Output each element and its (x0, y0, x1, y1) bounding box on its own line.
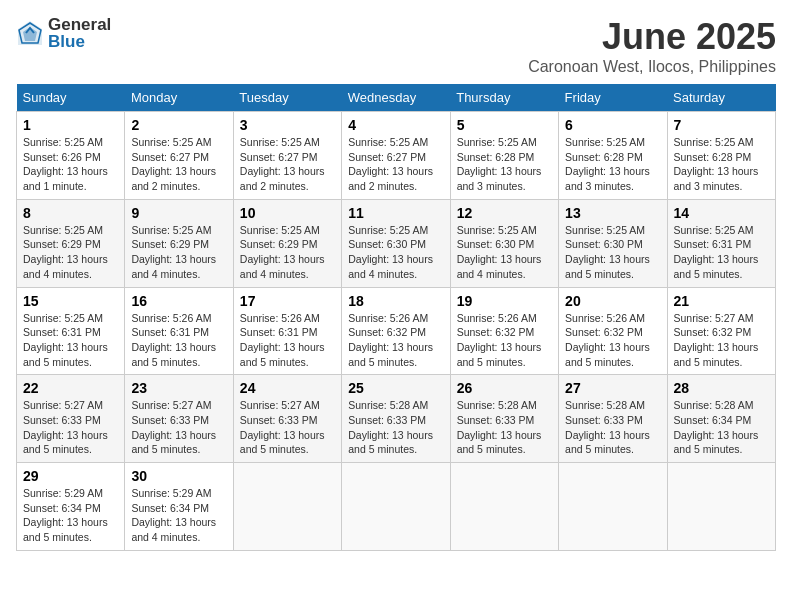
calendar-cell: 26Sunrise: 5:28 AM Sunset: 6:33 PM Dayli… (450, 375, 558, 463)
header: General Blue June 2025 Caronoan West, Il… (16, 16, 776, 76)
day-number: 23 (131, 380, 226, 396)
calendar-cell (233, 463, 341, 551)
calendar-cell: 9Sunrise: 5:25 AM Sunset: 6:29 PM Daylig… (125, 199, 233, 287)
calendar-cell: 7Sunrise: 5:25 AM Sunset: 6:28 PM Daylig… (667, 112, 775, 200)
weekday-header-thursday: Thursday (450, 84, 558, 112)
calendar-week-row: 1Sunrise: 5:25 AM Sunset: 6:26 PM Daylig… (17, 112, 776, 200)
calendar-cell: 20Sunrise: 5:26 AM Sunset: 6:32 PM Dayli… (559, 287, 667, 375)
calendar-cell: 1Sunrise: 5:25 AM Sunset: 6:26 PM Daylig… (17, 112, 125, 200)
day-number: 5 (457, 117, 552, 133)
day-info: Sunrise: 5:28 AM Sunset: 6:33 PM Dayligh… (457, 398, 552, 457)
day-number: 24 (240, 380, 335, 396)
weekday-header-wednesday: Wednesday (342, 84, 450, 112)
day-info: Sunrise: 5:25 AM Sunset: 6:28 PM Dayligh… (565, 135, 660, 194)
weekday-header-monday: Monday (125, 84, 233, 112)
day-info: Sunrise: 5:28 AM Sunset: 6:34 PM Dayligh… (674, 398, 769, 457)
calendar-cell (450, 463, 558, 551)
day-number: 26 (457, 380, 552, 396)
day-info: Sunrise: 5:28 AM Sunset: 6:33 PM Dayligh… (348, 398, 443, 457)
calendar-cell: 15Sunrise: 5:25 AM Sunset: 6:31 PM Dayli… (17, 287, 125, 375)
calendar-cell: 28Sunrise: 5:28 AM Sunset: 6:34 PM Dayli… (667, 375, 775, 463)
day-number: 3 (240, 117, 335, 133)
calendar-cell: 12Sunrise: 5:25 AM Sunset: 6:30 PM Dayli… (450, 199, 558, 287)
calendar-cell: 11Sunrise: 5:25 AM Sunset: 6:30 PM Dayli… (342, 199, 450, 287)
calendar-cell: 25Sunrise: 5:28 AM Sunset: 6:33 PM Dayli… (342, 375, 450, 463)
day-info: Sunrise: 5:27 AM Sunset: 6:32 PM Dayligh… (674, 311, 769, 370)
calendar-cell: 16Sunrise: 5:26 AM Sunset: 6:31 PM Dayli… (125, 287, 233, 375)
day-info: Sunrise: 5:28 AM Sunset: 6:33 PM Dayligh… (565, 398, 660, 457)
day-info: Sunrise: 5:25 AM Sunset: 6:26 PM Dayligh… (23, 135, 118, 194)
day-info: Sunrise: 5:25 AM Sunset: 6:28 PM Dayligh… (457, 135, 552, 194)
day-info: Sunrise: 5:27 AM Sunset: 6:33 PM Dayligh… (240, 398, 335, 457)
logo: General Blue (16, 16, 111, 50)
day-number: 6 (565, 117, 660, 133)
weekday-header-tuesday: Tuesday (233, 84, 341, 112)
day-number: 19 (457, 293, 552, 309)
page-subtitle: Caronoan West, Ilocos, Philippines (528, 58, 776, 76)
logo-blue: Blue (48, 33, 111, 50)
day-info: Sunrise: 5:25 AM Sunset: 6:31 PM Dayligh… (674, 223, 769, 282)
day-info: Sunrise: 5:26 AM Sunset: 6:32 PM Dayligh… (457, 311, 552, 370)
day-number: 30 (131, 468, 226, 484)
day-info: Sunrise: 5:25 AM Sunset: 6:30 PM Dayligh… (457, 223, 552, 282)
logo-icon (16, 19, 44, 47)
day-info: Sunrise: 5:25 AM Sunset: 6:28 PM Dayligh… (674, 135, 769, 194)
calendar-cell: 22Sunrise: 5:27 AM Sunset: 6:33 PM Dayli… (17, 375, 125, 463)
day-number: 21 (674, 293, 769, 309)
logo-general: General (48, 16, 111, 33)
calendar-week-row: 15Sunrise: 5:25 AM Sunset: 6:31 PM Dayli… (17, 287, 776, 375)
calendar-cell: 4Sunrise: 5:25 AM Sunset: 6:27 PM Daylig… (342, 112, 450, 200)
day-info: Sunrise: 5:27 AM Sunset: 6:33 PM Dayligh… (131, 398, 226, 457)
calendar-cell: 19Sunrise: 5:26 AM Sunset: 6:32 PM Dayli… (450, 287, 558, 375)
calendar-cell: 3Sunrise: 5:25 AM Sunset: 6:27 PM Daylig… (233, 112, 341, 200)
day-number: 13 (565, 205, 660, 221)
day-info: Sunrise: 5:25 AM Sunset: 6:27 PM Dayligh… (240, 135, 335, 194)
calendar-cell: 14Sunrise: 5:25 AM Sunset: 6:31 PM Dayli… (667, 199, 775, 287)
day-number: 20 (565, 293, 660, 309)
weekday-header-friday: Friday (559, 84, 667, 112)
title-area: June 2025 Caronoan West, Ilocos, Philipp… (528, 16, 776, 76)
calendar-cell: 29Sunrise: 5:29 AM Sunset: 6:34 PM Dayli… (17, 463, 125, 551)
day-number: 17 (240, 293, 335, 309)
calendar-cell: 24Sunrise: 5:27 AM Sunset: 6:33 PM Dayli… (233, 375, 341, 463)
day-number: 9 (131, 205, 226, 221)
calendar-header: SundayMondayTuesdayWednesdayThursdayFrid… (17, 84, 776, 112)
day-number: 8 (23, 205, 118, 221)
day-info: Sunrise: 5:26 AM Sunset: 6:31 PM Dayligh… (240, 311, 335, 370)
calendar-week-row: 29Sunrise: 5:29 AM Sunset: 6:34 PM Dayli… (17, 463, 776, 551)
weekday-header-row: SundayMondayTuesdayWednesdayThursdayFrid… (17, 84, 776, 112)
day-number: 27 (565, 380, 660, 396)
day-info: Sunrise: 5:25 AM Sunset: 6:29 PM Dayligh… (240, 223, 335, 282)
weekday-header-saturday: Saturday (667, 84, 775, 112)
day-number: 10 (240, 205, 335, 221)
calendar-cell: 21Sunrise: 5:27 AM Sunset: 6:32 PM Dayli… (667, 287, 775, 375)
day-number: 14 (674, 205, 769, 221)
calendar-body: 1Sunrise: 5:25 AM Sunset: 6:26 PM Daylig… (17, 112, 776, 551)
weekday-header-sunday: Sunday (17, 84, 125, 112)
calendar-week-row: 22Sunrise: 5:27 AM Sunset: 6:33 PM Dayli… (17, 375, 776, 463)
calendar-cell: 5Sunrise: 5:25 AM Sunset: 6:28 PM Daylig… (450, 112, 558, 200)
day-number: 1 (23, 117, 118, 133)
day-number: 16 (131, 293, 226, 309)
day-info: Sunrise: 5:26 AM Sunset: 6:32 PM Dayligh… (565, 311, 660, 370)
day-info: Sunrise: 5:29 AM Sunset: 6:34 PM Dayligh… (131, 486, 226, 545)
calendar-cell: 6Sunrise: 5:25 AM Sunset: 6:28 PM Daylig… (559, 112, 667, 200)
page-title: June 2025 (528, 16, 776, 58)
calendar-cell: 27Sunrise: 5:28 AM Sunset: 6:33 PM Dayli… (559, 375, 667, 463)
day-number: 29 (23, 468, 118, 484)
day-info: Sunrise: 5:29 AM Sunset: 6:34 PM Dayligh… (23, 486, 118, 545)
calendar-cell: 10Sunrise: 5:25 AM Sunset: 6:29 PM Dayli… (233, 199, 341, 287)
day-number: 18 (348, 293, 443, 309)
calendar-cell (667, 463, 775, 551)
day-info: Sunrise: 5:25 AM Sunset: 6:30 PM Dayligh… (565, 223, 660, 282)
day-info: Sunrise: 5:25 AM Sunset: 6:27 PM Dayligh… (348, 135, 443, 194)
day-number: 4 (348, 117, 443, 133)
day-info: Sunrise: 5:25 AM Sunset: 6:29 PM Dayligh… (131, 223, 226, 282)
calendar-cell: 23Sunrise: 5:27 AM Sunset: 6:33 PM Dayli… (125, 375, 233, 463)
calendar-cell: 18Sunrise: 5:26 AM Sunset: 6:32 PM Dayli… (342, 287, 450, 375)
day-info: Sunrise: 5:25 AM Sunset: 6:30 PM Dayligh… (348, 223, 443, 282)
calendar-cell: 8Sunrise: 5:25 AM Sunset: 6:29 PM Daylig… (17, 199, 125, 287)
day-info: Sunrise: 5:26 AM Sunset: 6:31 PM Dayligh… (131, 311, 226, 370)
day-info: Sunrise: 5:25 AM Sunset: 6:29 PM Dayligh… (23, 223, 118, 282)
calendar-cell: 13Sunrise: 5:25 AM Sunset: 6:30 PM Dayli… (559, 199, 667, 287)
